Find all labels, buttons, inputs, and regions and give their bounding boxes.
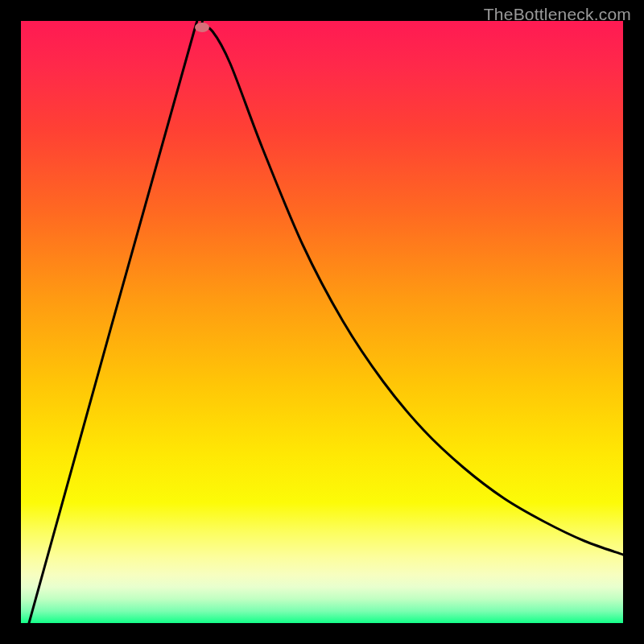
- min-marker: [195, 23, 209, 32]
- chart-frame: [21, 21, 623, 623]
- bottleneck-curve: [21, 21, 623, 623]
